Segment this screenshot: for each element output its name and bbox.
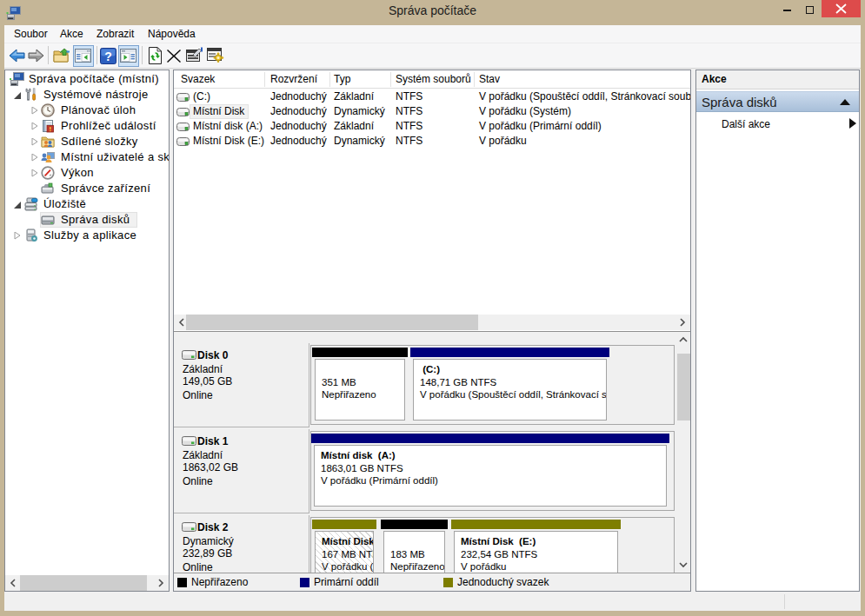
svg-text:?: ? <box>104 50 112 63</box>
